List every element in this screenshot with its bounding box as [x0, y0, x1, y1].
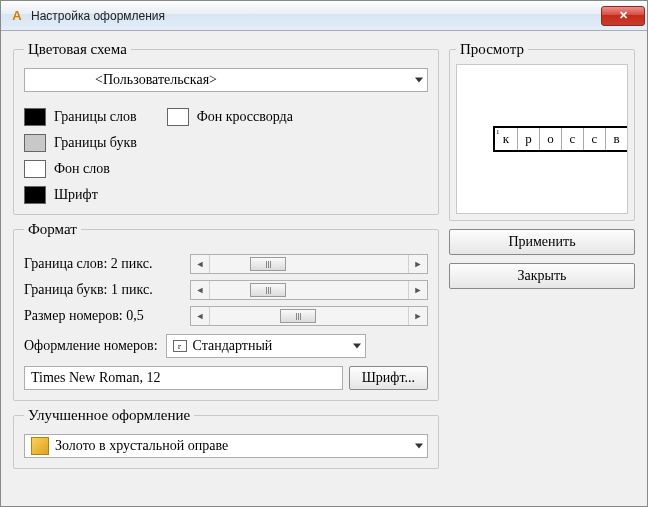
color-scheme-legend: Цветовая схема [24, 41, 131, 58]
number-style-dropdown[interactable]: г Стандартный [166, 334, 366, 358]
apply-button[interactable]: Применить [449, 229, 635, 255]
enhanced-dropdown[interactable]: Золото в хрустальной оправе [24, 434, 428, 458]
format-group: Формат Граница слов: 2 пикс. ◄ ► Граница… [13, 221, 439, 401]
color-scheme-dropdown[interactable]: <Пользовательская> [24, 68, 428, 92]
letter-border-slider-label: Граница букв: 1 пикс. [24, 282, 184, 298]
preview-group: Просмотр 1к р о с с в [449, 41, 635, 221]
arrow-right-icon: ► [409, 307, 427, 325]
word-border-slider[interactable]: ◄ ► [190, 254, 428, 274]
preview-cell: о [539, 128, 561, 150]
number-size-slider[interactable]: ◄ ► [190, 306, 428, 326]
word-borders-swatch[interactable] [24, 108, 46, 126]
number-size-slider-label: Размер номеров: 0,5 [24, 308, 184, 324]
slider-track [209, 255, 409, 273]
arrow-right-icon: ► [409, 255, 427, 273]
close-icon: ✕ [619, 9, 628, 22]
crossword-preview: 1к р о с с в [493, 126, 628, 152]
slider-track [209, 281, 409, 299]
arrow-right-icon: ► [409, 281, 427, 299]
right-column: Просмотр 1к р о с с в Применить Закрыть [449, 41, 635, 494]
slider-thumb[interactable] [280, 309, 316, 323]
font-button[interactable]: Шрифт... [349, 366, 428, 390]
letter-borders-swatch[interactable] [24, 134, 46, 152]
preview-cell: в [605, 128, 627, 150]
preview-legend: Просмотр [456, 41, 528, 58]
crossword-bg-swatch[interactable] [167, 108, 189, 126]
chevron-down-icon [415, 78, 423, 83]
color-scheme-value: <Пользовательская> [95, 72, 217, 88]
slider-thumb[interactable] [250, 257, 286, 271]
arrow-left-icon: ◄ [191, 281, 209, 299]
letter-border-slider[interactable]: ◄ ► [190, 280, 428, 300]
preview-cell: р [517, 128, 539, 150]
number-style-value: Стандартный [193, 338, 273, 354]
app-icon: A [9, 8, 25, 24]
font-swatch[interactable] [24, 186, 46, 204]
preview-cell: с [561, 128, 583, 150]
font-color-label: Шрифт [54, 187, 98, 203]
titlebar: A Настройка оформления ✕ [1, 1, 647, 31]
gold-theme-icon [31, 437, 49, 455]
window-close-button[interactable]: ✕ [601, 6, 645, 26]
content-area: Цветовая схема <Пользовательская> Границ… [1, 31, 647, 506]
enhanced-legend: Улучшенное оформление [24, 407, 194, 424]
preview-cell: с [583, 128, 605, 150]
word-bg-label: Фон слов [54, 161, 110, 177]
slider-track [209, 307, 409, 325]
slider-thumb[interactable] [250, 283, 286, 297]
word-border-slider-label: Граница слов: 2 пикс. [24, 256, 184, 272]
letter-borders-label: Границы букв [54, 135, 137, 151]
enhanced-group: Улучшенное оформление Золото в хрустальн… [13, 407, 439, 469]
left-column: Цветовая схема <Пользовательская> Границ… [13, 41, 439, 494]
number-style-label: Оформление номеров: [24, 338, 158, 354]
word-bg-swatch[interactable] [24, 160, 46, 178]
chevron-down-icon [415, 444, 423, 449]
window-title: Настройка оформления [31, 9, 601, 23]
arrow-left-icon: ◄ [191, 307, 209, 325]
chevron-down-icon [353, 344, 361, 349]
format-legend: Формат [24, 221, 81, 238]
dialog-window: A Настройка оформления ✕ Цветовая схема … [0, 0, 648, 507]
enhanced-value: Золото в хрустальной оправе [55, 438, 228, 454]
preview-canvas: 1к р о с с в [456, 64, 628, 214]
font-display: Times New Roman, 12 [24, 366, 343, 390]
crossword-bg-label: Фон кроссворда [197, 109, 293, 125]
preview-cell: 1к [495, 128, 517, 150]
word-borders-label: Границы слов [54, 109, 137, 125]
color-scheme-group: Цветовая схема <Пользовательская> Границ… [13, 41, 439, 215]
number-style-icon: г [173, 340, 187, 352]
close-button[interactable]: Закрыть [449, 263, 635, 289]
arrow-left-icon: ◄ [191, 255, 209, 273]
